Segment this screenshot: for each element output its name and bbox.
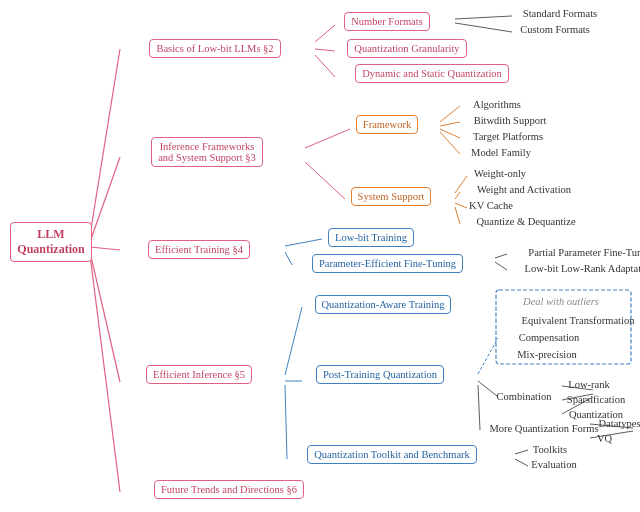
datatypes-label: Datatypes xyxy=(599,418,641,429)
custom-formats-label: Custom Formats xyxy=(520,24,590,35)
svg-line-2 xyxy=(90,247,120,250)
root-label: LLM Quantization xyxy=(10,222,91,262)
quantize-dequantize-node: Quantize & Dequantize xyxy=(456,213,596,229)
future-trends-label: Future Trends and Directions §6 xyxy=(154,480,304,499)
datatypes-node: Datatypes xyxy=(587,415,640,431)
svg-line-27 xyxy=(478,338,498,374)
bitwidth-node: Bitwdith Support xyxy=(456,112,564,128)
kv-cache-label: KV Cache xyxy=(469,200,513,211)
weight-activation-node: Weight and Activation xyxy=(456,181,592,197)
kv-cache-node: KV Cache xyxy=(456,197,526,213)
lowbit-training-node: Low-bit Training xyxy=(315,226,427,248)
algorithms-node: Algorithms xyxy=(456,96,538,112)
quant-aware-node: Quantization-Aware Training xyxy=(293,293,473,315)
svg-line-3 xyxy=(90,252,120,382)
post-training-node: Post-Training Quantization xyxy=(293,363,467,385)
target-platforms-label: Target Platforms xyxy=(473,131,543,142)
custom-formats-node: Custom Formats xyxy=(500,21,610,37)
dynamic-static-node: Dynamic and Static Quantization xyxy=(328,62,536,84)
combination-label: Combination xyxy=(497,391,552,402)
mix-precision-label: Mix-precision xyxy=(517,349,577,360)
lowbit-lowrank-node: Low-bit Low-Rank Adaptation xyxy=(497,260,640,276)
efficient-inference-label: Efficient Inference §5 xyxy=(146,365,252,384)
standard-formats-label: Standard Formats xyxy=(523,8,597,19)
mix-precision-node: Mix-precision xyxy=(497,345,597,363)
number-formats-label: Number Formats xyxy=(344,12,429,31)
weight-only-node: Weight-only xyxy=(456,165,544,181)
system-support-label: System Support xyxy=(351,187,432,206)
mindmap-canvas: LLM Quantization Basics of Low-bit LLMs … xyxy=(0,0,640,512)
quant-toolkit-node: Quantization Toolkit and Benchmark xyxy=(278,443,506,465)
svg-line-0 xyxy=(90,49,120,235)
framework-node: Framework xyxy=(342,113,432,135)
toolkits-label: Toolkits xyxy=(533,444,567,455)
toolkits-node: Toolkits xyxy=(520,441,580,457)
partial-param-label: Partial Parameter Fine-Tuning xyxy=(528,247,640,258)
quant-toolkit-label: Quantization Toolkit and Benchmark xyxy=(307,445,477,464)
dynamic-static-label: Dynamic and Static Quantization xyxy=(355,64,509,83)
vq-label: VQ xyxy=(597,433,612,444)
quant-aware-label: Quantization-Aware Training xyxy=(315,295,452,314)
lowrank-label: Low-rank xyxy=(568,379,609,390)
equiv-transform-label: Equivalent Transformation xyxy=(522,315,635,326)
number-formats-node: Number Formats xyxy=(328,10,446,32)
vq-node: VQ xyxy=(587,430,622,446)
standard-formats-node: Standard Formats xyxy=(500,5,620,21)
quant-granularity-label: Quantization Granularity xyxy=(347,39,466,58)
algorithms-label: Algorithms xyxy=(473,99,521,110)
svg-line-1 xyxy=(90,157,120,242)
more-quant-forms-label: More Quantization Forms xyxy=(489,423,598,434)
sparsification-node: Sparsification xyxy=(555,391,637,407)
partial-param-node: Partial Parameter Fine-Tuning xyxy=(497,244,640,260)
deal-outliers-node: Deal with outliers xyxy=(497,292,625,310)
basics-node: Basics of Low-bit LLMs §2 xyxy=(120,35,310,61)
compensation-label: Compensation xyxy=(519,332,580,343)
quantize-dequantize-label: Quantize & Dequantize xyxy=(476,216,575,227)
inference-fw-label: Inference Frameworks and System Support … xyxy=(151,137,263,167)
future-trends-node: Future Trends and Directions §6 xyxy=(118,477,340,501)
sparsification-label: Sparsification xyxy=(567,394,625,405)
framework-label: Framework xyxy=(356,115,418,134)
bitwidth-label: Bitwdith Support xyxy=(474,115,547,126)
post-training-label: Post-Training Quantization xyxy=(316,365,444,384)
deal-outliers-label: Deal with outliers xyxy=(523,296,599,307)
system-support-node: System Support xyxy=(337,185,445,207)
efficient-inference-node: Efficient Inference §5 xyxy=(118,362,280,386)
model-family-label: Model Family xyxy=(471,147,531,158)
efficient-training-node: Efficient Training §4 xyxy=(118,237,280,261)
param-efficient-node: Parameter-Efficient Fine-Tuning xyxy=(285,252,490,274)
root-node: LLM Quantization xyxy=(12,220,90,264)
weight-activation-label: Weight and Activation xyxy=(477,184,571,195)
lowbit-training-label: Low-bit Training xyxy=(328,228,414,247)
quant-granularity-node: Quantization Granularity xyxy=(328,37,486,59)
lowbit-lowrank-label: Low-bit Low-Rank Adaptation xyxy=(524,263,640,274)
evaluation-node: Evaluation xyxy=(520,456,588,472)
compensation-node: Compensation xyxy=(497,328,601,346)
target-platforms-node: Target Platforms xyxy=(456,128,560,144)
inference-fw-node: Inference Frameworks and System Support … xyxy=(118,132,296,172)
basics-label: Basics of Low-bit LLMs §2 xyxy=(149,39,280,58)
evaluation-label: Evaluation xyxy=(531,459,577,470)
efficient-training-label: Efficient Training §4 xyxy=(148,240,250,259)
equiv-transform-node: Equivalent Transformation xyxy=(497,311,640,329)
param-efficient-label: Parameter-Efficient Fine-Tuning xyxy=(312,254,463,273)
svg-line-4 xyxy=(90,255,120,492)
weight-only-label: Weight-only xyxy=(474,168,526,179)
lowrank-node: Low-rank xyxy=(555,376,623,392)
model-family-node: Model Family xyxy=(456,144,546,160)
